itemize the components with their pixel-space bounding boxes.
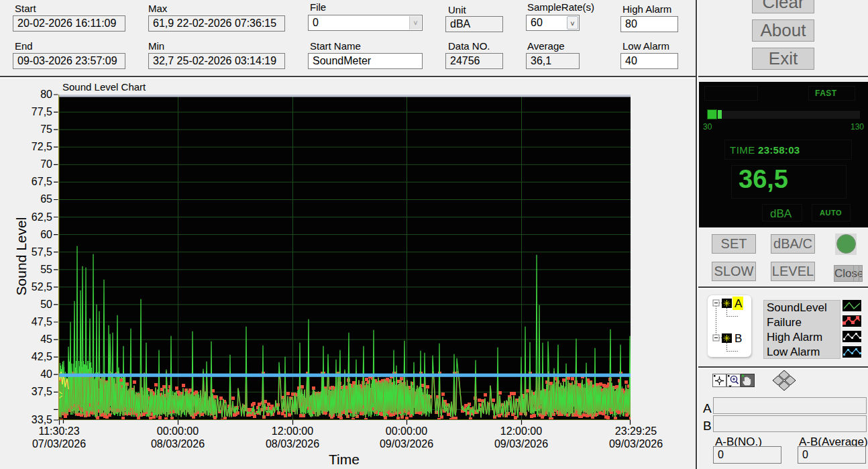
svg-text:B: B <box>735 332 742 345</box>
svg-text:A: A <box>735 297 743 310</box>
